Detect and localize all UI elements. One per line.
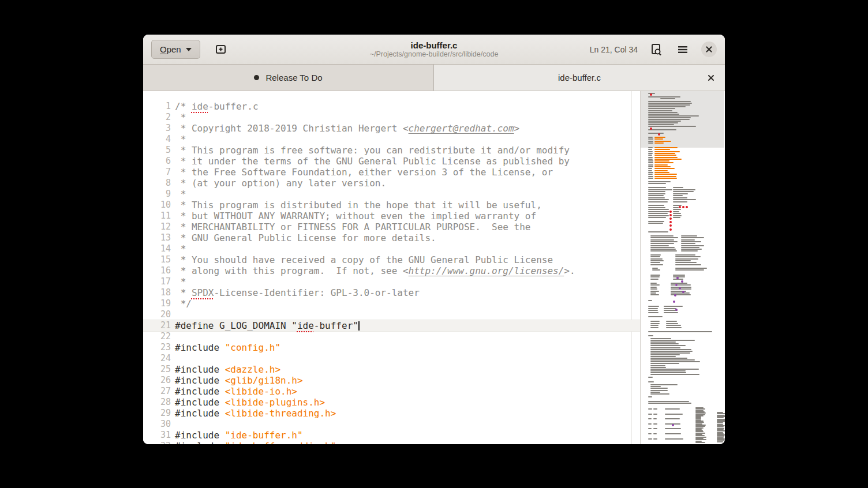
tab-bar: Release To Do ide-buffer.c [143, 65, 725, 91]
line-number: 3 [143, 123, 175, 134]
document-search-icon [650, 43, 663, 57]
code-line[interactable]: 18 * SPDX-License-Identifier: GPL-3.0-or… [143, 287, 640, 298]
note-mark [675, 309, 678, 311]
code-line[interactable]: 9 * [143, 189, 640, 200]
code-line[interactable]: 7 * the Free Software Foundation, either… [143, 167, 640, 178]
menu-button[interactable] [675, 42, 691, 58]
chevron-down-icon [186, 48, 192, 51]
code-line[interactable]: 3 * Copyright 2018-2019 Christian Herger… [143, 123, 640, 134]
code-line[interactable]: 22 [143, 331, 640, 342]
text-cursor [358, 321, 360, 331]
error-mark [669, 221, 672, 223]
code-text: #include "ide-buffer-addin.h" [175, 441, 336, 444]
line-number: 7 [143, 167, 175, 178]
code-line[interactable]: 15 * You should have received a copy of … [143, 254, 640, 265]
error-mark [669, 224, 672, 227]
line-number: 2 [143, 112, 175, 123]
code-line[interactable]: 5 * This program is free software: you c… [143, 145, 640, 156]
code-line[interactable]: 29#include <libide-threading.h> [143, 408, 640, 419]
close-icon [708, 74, 714, 81]
new-tab-button[interactable] [213, 42, 229, 58]
code-line[interactable]: 13 * GNU General Public License for more… [143, 232, 640, 243]
line-number: 12 [143, 222, 175, 232]
code-line[interactable]: 20 [143, 309, 640, 320]
line-number: 4 [143, 134, 175, 145]
line-number: 32 [143, 441, 175, 444]
code-text: #include <libide-threading.h> [175, 408, 336, 419]
code-line[interactable]: 11 * but WITHOUT ANY WARRANTY; without e… [143, 211, 640, 222]
code-line[interactable]: 8 * (at your option) any later version. [143, 178, 640, 189]
code-rows: 1/* ide-buffer.c2 *3 * Copyright 2018-20… [143, 91, 640, 444]
code-text: * This program is free software: you can… [175, 145, 570, 156]
document-search-button[interactable] [648, 42, 664, 58]
line-number: 22 [143, 331, 175, 342]
window-subtitle: ~/Projects/gnome-builder/src/libide/code [370, 50, 499, 59]
code-text: * along with this program. If not, see <… [175, 265, 575, 276]
line-number: 15 [143, 254, 175, 265]
code-text: #include <libide-plugins.h> [175, 397, 325, 408]
code-line[interactable]: 26#include <glib/gi18n.h> [143, 375, 640, 386]
code-text: #include <libide-io.h> [175, 386, 297, 397]
code-line[interactable]: 19 */ [143, 298, 640, 309]
line-number: 31 [143, 430, 175, 441]
line-number: 9 [143, 189, 175, 200]
code-line[interactable]: 4 * [143, 134, 640, 145]
headerbar: Open ide-buffer.c ~/Projects/gnome-build… [143, 35, 725, 65]
line-number: 8 [143, 178, 175, 189]
tab-label: Release To Do [265, 73, 322, 82]
code-line[interactable]: 27#include <libide-io.h> [143, 386, 640, 397]
tab-ide-buffer[interactable]: ide-buffer.c [434, 65, 725, 91]
code-line[interactable]: 2 * [143, 112, 640, 123]
code-line[interactable]: 30 [143, 419, 640, 430]
line-number: 26 [143, 375, 175, 386]
code-line[interactable]: 14 * [143, 243, 640, 254]
tab-label: ide-buffer.c [558, 73, 601, 82]
error-mark [650, 93, 652, 96]
note-mark [681, 280, 683, 283]
source-editor[interactable]: 1/* ide-buffer.c2 *3 * Copyright 2018-20… [143, 91, 640, 444]
error-mark [669, 214, 672, 216]
code-line[interactable]: 17 * [143, 276, 640, 287]
code-text: /* ide-buffer.c [175, 101, 259, 112]
code-line[interactable]: 31#include "ide-buffer.h" [143, 430, 640, 441]
error-mark [658, 133, 660, 136]
code-line[interactable]: 21#define G_LOG_DOMAIN "ide-buffer" [143, 320, 640, 331]
code-text: * GNU General Public License for more de… [175, 232, 436, 243]
tab-release-to-do[interactable]: Release To Do [143, 65, 434, 91]
code-text: * [175, 276, 186, 287]
line-number: 11 [143, 211, 175, 222]
error-mark [669, 211, 672, 213]
code-text: #include <glib/gi18n.h> [175, 375, 303, 386]
code-line[interactable]: 10 * This program is distributed in the … [143, 200, 640, 211]
line-number: 5 [143, 145, 175, 156]
new-tab-icon [215, 43, 227, 55]
code-line[interactable]: 6 * it under the terms of the GNU Genera… [143, 156, 640, 167]
code-line[interactable]: 23#include "config.h" [143, 342, 640, 353]
tab-close-button[interactable] [705, 72, 717, 84]
error-mark [682, 206, 684, 208]
note-mark [682, 291, 684, 293]
line-number: 24 [143, 353, 175, 364]
line-number: 16 [143, 265, 175, 276]
code-text: * [175, 243, 186, 254]
minimap-overview[interactable] [640, 91, 724, 444]
code-text: #include "config.h" [175, 342, 280, 353]
code-text: * [175, 189, 186, 200]
code-line[interactable]: 24 [143, 353, 640, 364]
open-button[interactable]: Open [151, 40, 200, 59]
error-mark [686, 206, 688, 208]
code-text: * MERCHANTABILITY or FITNESS FOR A PARTI… [175, 222, 531, 232]
line-number: 19 [143, 298, 175, 309]
code-line[interactable]: 1/* ide-buffer.c [143, 101, 640, 112]
code-text: * This program is distributed in the hop… [175, 200, 542, 211]
line-number: 1 [143, 101, 175, 112]
code-line[interactable]: 12 * MERCHANTABILITY or FITNESS FOR A PA… [143, 222, 640, 232]
code-line[interactable]: 28#include <libide-plugins.h> [143, 397, 640, 408]
line-number: 21 [143, 320, 175, 331]
window-close-button[interactable] [701, 42, 717, 57]
code-line[interactable]: 16 * along with this program. If not, se… [143, 265, 640, 276]
code-line[interactable]: 32#include "ide-buffer-addin.h" [143, 441, 640, 444]
line-number: 30 [143, 419, 175, 430]
line-number: 28 [143, 397, 175, 408]
code-line[interactable]: 25#include <dazzle.h> [143, 364, 640, 375]
